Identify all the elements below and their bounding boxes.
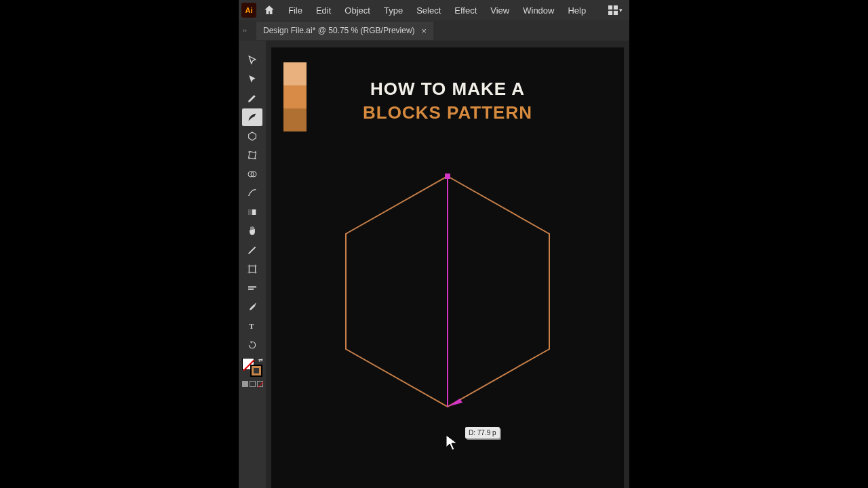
artboard-tool[interactable] bbox=[242, 260, 262, 278]
artboard[interactable]: HOW TO MAKE A BLOCKS PATTERN D: 77.9 p bbox=[271, 47, 624, 488]
measurement-tooltip: D: 77.9 p bbox=[465, 427, 500, 439]
app-window: Ai File Edit Object Type Select Effect V… bbox=[239, 0, 629, 488]
menubar: Ai File Edit Object Type Select Effect V… bbox=[239, 0, 629, 20]
svg-rect-0 bbox=[608, 5, 612, 9]
svg-rect-24 bbox=[445, 174, 450, 179]
svg-point-9 bbox=[255, 158, 256, 159]
document-tab[interactable]: Design File.ai* @ 50.75 % (RGB/Preview) … bbox=[256, 22, 433, 40]
swap-fill-stroke-icon[interactable]: ⇄ bbox=[258, 357, 263, 363]
home-icon[interactable] bbox=[263, 4, 275, 16]
svg-rect-2 bbox=[608, 11, 612, 15]
toolbar: T ⇄ bbox=[239, 41, 266, 488]
menu-object[interactable]: Object bbox=[338, 3, 376, 18]
svg-text:T: T bbox=[249, 323, 254, 330]
swatch-2 bbox=[283, 85, 307, 108]
svg-rect-19 bbox=[248, 286, 256, 287]
svg-rect-1 bbox=[614, 5, 618, 9]
menu-type[interactable]: Type bbox=[378, 3, 409, 18]
svg-rect-5 bbox=[249, 152, 256, 159]
brush-tool[interactable] bbox=[242, 184, 262, 202]
svg-point-8 bbox=[248, 158, 250, 159]
workspace-switcher-icon[interactable]: ▾ bbox=[604, 5, 627, 15]
svg-rect-3 bbox=[614, 11, 618, 15]
menu-file[interactable]: File bbox=[282, 3, 309, 18]
menu-edit[interactable]: Edit bbox=[310, 3, 337, 18]
title-line-1: HOW TO MAKE A bbox=[363, 79, 532, 100]
direct-selection-tool[interactable] bbox=[242, 70, 262, 88]
curvature-tool[interactable] bbox=[242, 108, 262, 126]
document-tab-title: Design File.ai* @ 50.75 % (RGB/Preview) bbox=[263, 26, 415, 35]
menu-select[interactable]: Select bbox=[410, 3, 447, 18]
menu-help[interactable]: Help bbox=[561, 3, 592, 18]
shapebuilder-tool[interactable] bbox=[242, 165, 262, 183]
eyedropper-tool[interactable] bbox=[242, 298, 262, 316]
type-tool[interactable]: T bbox=[242, 317, 262, 335]
rotate-tool[interactable] bbox=[242, 336, 262, 354]
color-palette bbox=[283, 62, 307, 131]
gradient-tool[interactable] bbox=[242, 203, 262, 221]
fill-stroke-control[interactable]: ⇄ bbox=[242, 358, 262, 377]
width-tool[interactable] bbox=[242, 279, 262, 297]
swatch-1 bbox=[283, 62, 307, 85]
hexagon-shape[interactable] bbox=[339, 169, 556, 413]
svg-rect-14 bbox=[249, 266, 255, 272]
draw-inside-icon[interactable] bbox=[257, 381, 263, 387]
selection-tool[interactable] bbox=[242, 52, 262, 69]
app-logo[interactable]: Ai bbox=[241, 3, 256, 18]
menu-effect[interactable]: Effect bbox=[448, 3, 483, 18]
stroke-swatch[interactable] bbox=[250, 365, 262, 377]
pencil-tool[interactable] bbox=[242, 241, 262, 259]
draw-behind-icon[interactable] bbox=[250, 381, 256, 387]
pen-tool[interactable] bbox=[242, 89, 262, 107]
swatch-3 bbox=[283, 108, 307, 131]
pen-cursor-icon bbox=[445, 434, 460, 451]
tabstrip: ›› Design File.ai* @ 50.75 % (RGB/Previe… bbox=[239, 20, 629, 41]
svg-rect-20 bbox=[248, 289, 254, 290]
tabstrip-handle-icon[interactable]: ›› bbox=[243, 27, 256, 34]
svg-point-6 bbox=[248, 151, 250, 152]
free-transform-tool[interactable] bbox=[242, 146, 262, 164]
svg-marker-4 bbox=[249, 132, 256, 140]
menu-window[interactable]: Window bbox=[517, 3, 560, 18]
draw-normal-icon[interactable] bbox=[242, 381, 248, 387]
ellipse-tool[interactable] bbox=[242, 127, 262, 145]
svg-point-7 bbox=[255, 151, 256, 152]
draw-mode-buttons[interactable] bbox=[242, 381, 263, 387]
tutorial-title: HOW TO MAKE A BLOCKS PATTERN bbox=[363, 79, 532, 123]
canvas-area: HOW TO MAKE A BLOCKS PATTERN D: 77.9 p bbox=[266, 41, 629, 488]
svg-rect-13 bbox=[249, 209, 252, 215]
menu-view[interactable]: View bbox=[484, 3, 515, 18]
title-line-2: BLOCKS PATTERN bbox=[363, 102, 532, 123]
hand-tool[interactable] bbox=[242, 222, 262, 240]
close-tab-icon[interactable]: × bbox=[422, 26, 427, 36]
